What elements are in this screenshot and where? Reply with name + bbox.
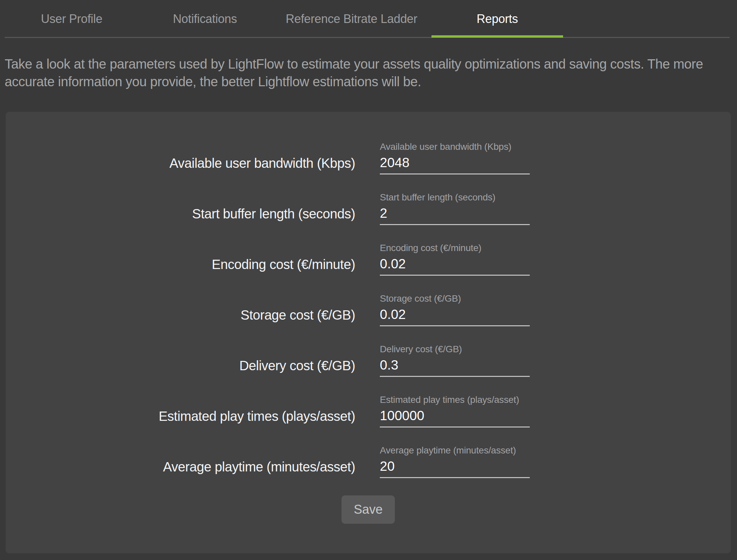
reports-settings-panel: Available user bandwidth (Kbps) Availabl… bbox=[6, 112, 731, 553]
field-row-label: Encoding cost (€/minute) bbox=[6, 242, 355, 276]
field-inner-label: Storage cost (€/GB) bbox=[380, 293, 530, 304]
form-row: Storage cost (€/GB) Storage cost (€/GB) bbox=[6, 293, 731, 326]
field-cell: Average playtime (minutes/asset) bbox=[380, 445, 530, 478]
save-row: Save bbox=[6, 495, 731, 524]
field-inner-label: Average playtime (minutes/asset) bbox=[380, 445, 530, 456]
page-description: Take a look at the parameters used by Li… bbox=[5, 55, 732, 91]
form-row: Estimated play times (plays/asset) Estim… bbox=[6, 394, 731, 427]
field-inner-label: Delivery cost (€/GB) bbox=[380, 344, 530, 355]
field-inner-label: Available user bandwidth (Kbps) bbox=[380, 141, 530, 152]
field-cell: Delivery cost (€/GB) bbox=[380, 344, 530, 377]
encoding-cost-input[interactable] bbox=[380, 256, 530, 276]
form-row: Average playtime (minutes/asset) Average… bbox=[6, 445, 731, 478]
field-inner-label: Estimated play times (plays/asset) bbox=[380, 394, 530, 406]
tab-user-profile[interactable]: User Profile bbox=[5, 0, 138, 38]
storage-cost-input[interactable] bbox=[380, 307, 530, 326]
description-container: Take a look at the parameters used by Li… bbox=[5, 38, 732, 112]
tab-notifications[interactable]: Notifications bbox=[138, 0, 271, 38]
field-cell: Available user bandwidth (Kbps) bbox=[380, 141, 530, 174]
estimated-play-times-input[interactable] bbox=[380, 408, 530, 427]
tab-reports[interactable]: Reports bbox=[432, 0, 563, 38]
field-row-label: Average playtime (minutes/asset) bbox=[6, 445, 355, 478]
save-button[interactable]: Save bbox=[341, 495, 395, 524]
average-playtime-input[interactable] bbox=[380, 459, 530, 478]
available-user-bandwidth-input[interactable] bbox=[380, 155, 530, 174]
field-row-label: Available user bandwidth (Kbps) bbox=[6, 141, 355, 174]
form-row: Start buffer length (seconds) Start buff… bbox=[6, 192, 731, 225]
field-cell: Encoding cost (€/minute) bbox=[380, 242, 530, 276]
field-inner-label: Encoding cost (€/minute) bbox=[380, 242, 530, 254]
tab-list: User Profile Notifications Reference Bit… bbox=[5, 0, 737, 38]
field-row-label: Storage cost (€/GB) bbox=[6, 293, 355, 326]
form-row: Encoding cost (€/minute) Encoding cost (… bbox=[6, 242, 731, 276]
field-inner-label: Start buffer length (seconds) bbox=[380, 192, 530, 203]
start-buffer-length-input[interactable] bbox=[380, 206, 530, 225]
reports-form: Available user bandwidth (Kbps) Availabl… bbox=[6, 112, 731, 478]
tab-bar: User Profile Notifications Reference Bit… bbox=[0, 0, 737, 38]
delivery-cost-input[interactable] bbox=[380, 358, 530, 377]
form-row: Delivery cost (€/GB) Delivery cost (€/GB… bbox=[6, 344, 731, 377]
field-row-label: Start buffer length (seconds) bbox=[6, 192, 355, 225]
tab-reference-bitrate-ladder[interactable]: Reference Bitrate Ladder bbox=[271, 0, 432, 38]
field-cell: Estimated play times (plays/asset) bbox=[380, 394, 530, 427]
field-row-label: Estimated play times (plays/asset) bbox=[6, 394, 355, 427]
field-row-label: Delivery cost (€/GB) bbox=[6, 344, 355, 377]
form-row: Available user bandwidth (Kbps) Availabl… bbox=[6, 141, 731, 174]
field-cell: Storage cost (€/GB) bbox=[380, 293, 530, 326]
field-cell: Start buffer length (seconds) bbox=[380, 192, 530, 225]
